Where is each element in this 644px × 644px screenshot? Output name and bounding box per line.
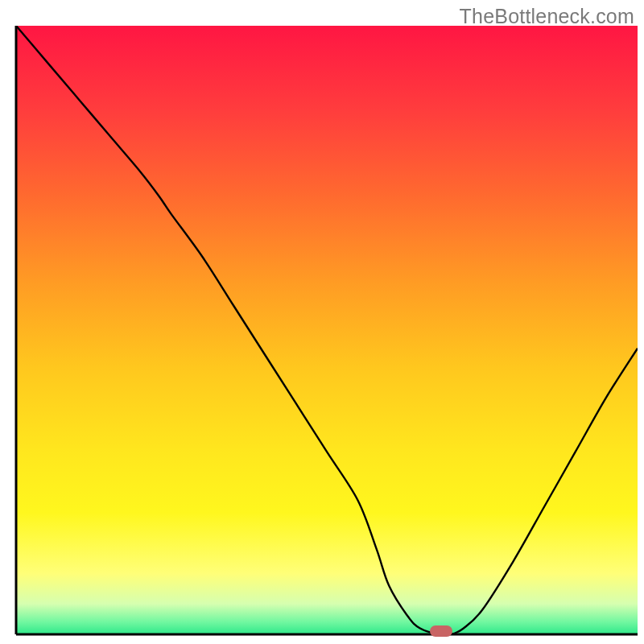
- bottleneck-chart: TheBottleneck.com: [0, 0, 644, 644]
- optimal-point-marker: [430, 625, 452, 637]
- gradient-background: [16, 26, 638, 634]
- watermark-text: TheBottleneck.com: [460, 5, 634, 28]
- plot-svg: [0, 0, 644, 644]
